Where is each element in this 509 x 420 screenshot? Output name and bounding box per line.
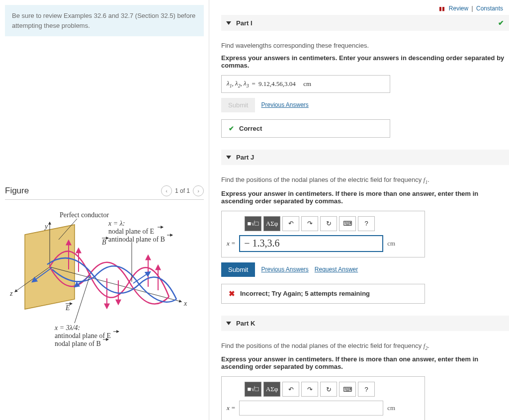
top-links: ▮▮ Review | Constants [221, 5, 509, 12]
part-j-answer-widget: ■√□ ΑΣφ ↶ ↷ ↻ ⌨ ? x = cm [221, 211, 425, 257]
part-j-answer-input[interactable] [239, 235, 383, 252]
figure-prev-button[interactable]: ‹ [161, 185, 172, 196]
svg-text:B: B [102, 239, 106, 246]
x-icon: ✖ [229, 289, 235, 298]
part-k-body: Find the positions of the nodal planes o… [221, 331, 509, 420]
toolbar-greek-button[interactable]: ΑΣφ [263, 216, 280, 231]
check-icon: ✔ [229, 125, 234, 132]
toolbar-help-button[interactable]: ? [358, 382, 375, 397]
part-i-header[interactable]: Part I ✔ [221, 15, 509, 31]
toolbar-template-button[interactable]: ■√□ [245, 216, 261, 231]
part-i-previous-answers-link[interactable]: Previous Answers [261, 101, 308, 108]
toolbar-redo-button[interactable]: ↷ [301, 216, 318, 231]
part-j-body: Find the positions of the nodal planes o… [221, 165, 509, 313]
figure-diagram: Perfect conductor y z x [5, 205, 199, 354]
chevron-down-icon [226, 156, 231, 159]
figure-panel: Figure ‹ 1 of 1 › [5, 185, 204, 355]
figure-title: Figure [5, 186, 29, 196]
figure-next-button[interactable]: › [193, 185, 204, 196]
part-k-header[interactable]: Part K [221, 316, 509, 331]
book-icon: ▮▮ [439, 5, 445, 12]
part-j-previous-answers-link[interactable]: Previous Answers [261, 266, 308, 273]
svg-text:antinodal plane of E: antinodal plane of E [55, 332, 111, 339]
part-i-body: Find wavelengths corresponding these fre… [221, 31, 509, 147]
toolbar-help-button[interactable]: ? [358, 216, 375, 231]
answer-toolbar: ■√□ ΑΣφ ↶ ↷ ↻ ⌨ ? [245, 216, 420, 231]
part-j-prompt: Find the positions of the nodal planes o… [221, 176, 509, 185]
toolbar-reset-button[interactable]: ↻ [320, 216, 337, 231]
toolbar-undo-button[interactable]: ↶ [282, 382, 299, 397]
toolbar-keyboard-button[interactable]: ⌨ [339, 216, 356, 231]
svg-text:z: z [9, 290, 13, 297]
part-k-unit: cm [387, 404, 395, 412]
svg-text:E: E [65, 304, 70, 312]
part-k-title: Part K [236, 320, 255, 327]
part-j-unit: cm [387, 240, 395, 248]
part-j-instructions: Express your answer in centimeters. If t… [221, 190, 509, 205]
right-column: ▮▮ Review | Constants Part I ✔ Find wave… [209, 0, 509, 420]
toolbar-keyboard-button[interactable]: ⌨ [339, 382, 356, 397]
review-link[interactable]: Review [449, 5, 468, 12]
constants-link[interactable]: Constants [476, 5, 503, 12]
toolbar-template-button[interactable]: ■√□ [245, 382, 261, 397]
part-i-prompt: Find wavelengths corresponding these fre… [221, 42, 509, 49]
part-j-request-answer-link[interactable]: Request Answer [315, 266, 358, 273]
figure-header: Figure ‹ 1 of 1 › [5, 185, 204, 200]
part-i-title: Part I [236, 19, 253, 27]
svg-text:x: x [183, 300, 187, 307]
toolbar-reset-button[interactable]: ↻ [320, 382, 337, 397]
svg-text:x = 3λ/4:: x = 3λ/4: [54, 324, 80, 332]
info-box: Be sure to review Examples 32.6 and 32.7… [5, 5, 204, 36]
answer-toolbar: ■√□ ΑΣφ ↶ ↷ ↻ ⌨ ? [245, 382, 420, 397]
part-j-status: ✖ Incorrect; Try Again; 5 attempts remai… [221, 284, 425, 304]
part-i-instructions: Express your answers in centimeters. Ent… [221, 54, 509, 69]
svg-text:y: y [44, 223, 48, 230]
toolbar-undo-button[interactable]: ↶ [282, 216, 299, 231]
chevron-down-icon [226, 21, 231, 25]
part-i-status: ✔ Correct [221, 119, 390, 138]
svg-text:x = λ:: x = λ: [108, 220, 125, 227]
part-j-header[interactable]: Part J [221, 150, 509, 165]
part-k-prompt: Find the positions of the nodal planes o… [221, 342, 509, 351]
svg-line-27 [75, 277, 89, 323]
part-k-instructions: Express your answer in centimeters. If t… [221, 355, 509, 370]
chevron-down-icon [226, 322, 231, 325]
svg-text:nodal plane of E: nodal plane of E [108, 228, 154, 235]
part-k-answer-widget: ■√□ ΑΣφ ↶ ↷ ↻ ⌨ ? x = cm [221, 376, 425, 420]
part-k-answer-input[interactable] [239, 401, 383, 416]
part-i-submit-button: Submit [221, 98, 255, 112]
figure-nav-label: 1 of 1 [175, 187, 190, 194]
svg-text:antinodal plane of B: antinodal plane of B [108, 236, 165, 243]
check-icon: ✔ [498, 19, 504, 27]
left-column: Be sure to review Examples 32.6 and 32.7… [0, 0, 209, 420]
figure-nav: ‹ 1 of 1 › [161, 185, 204, 196]
toolbar-redo-button[interactable]: ↷ [301, 382, 318, 397]
label-perfect-conductor: Perfect conductor [60, 211, 109, 219]
part-i-answer-display: λ1, λ2, λ3 = 9.12,4.56,3.04 cm [221, 75, 390, 93]
part-j-title: Part J [236, 154, 254, 161]
svg-text:nodal plane of B: nodal plane of B [55, 340, 101, 347]
toolbar-greek-button[interactable]: ΑΣφ [263, 382, 280, 397]
part-j-submit-button[interactable]: Submit [221, 262, 255, 277]
